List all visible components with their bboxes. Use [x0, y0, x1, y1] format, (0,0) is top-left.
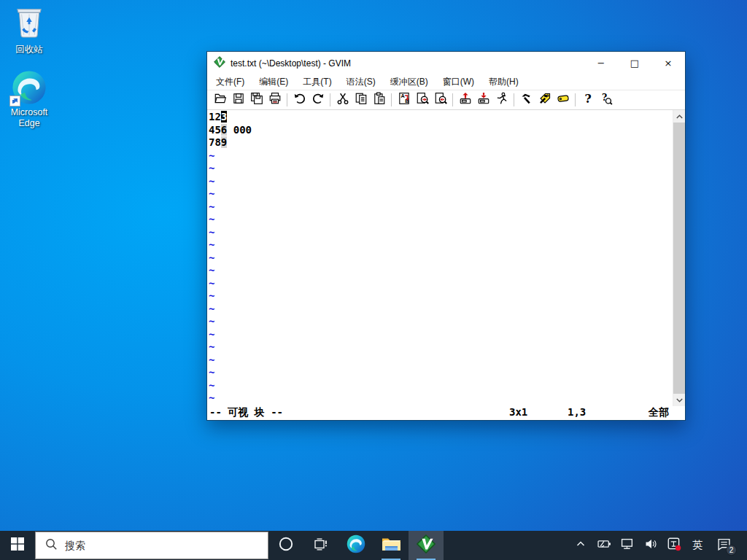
empty-line-tilde: ~ — [209, 392, 252, 405]
toolbar-copy-button[interactable] — [352, 91, 370, 109]
toolbar-redo-button[interactable] — [309, 91, 327, 109]
toolbar-paste-button[interactable] — [370, 91, 388, 109]
toolbar-cut-button[interactable] — [333, 91, 352, 109]
recycle-bin-desktop-icon[interactable]: 回收站 — [3, 4, 55, 55]
scroll-down-arrow-icon[interactable] — [673, 394, 685, 406]
file-explorer-icon — [382, 537, 401, 555]
undo-icon — [293, 92, 306, 108]
system-tray: 英 2 — [571, 531, 747, 560]
toolbar-jump-to-tag-button[interactable] — [554, 91, 572, 109]
windows-logo-icon — [11, 537, 24, 553]
search-icon — [45, 538, 58, 553]
toolbar-save-all-button[interactable] — [247, 91, 266, 109]
toolbar-separator — [575, 93, 576, 106]
edge-taskbar-button[interactable] — [338, 531, 374, 560]
title-bar[interactable]: test.txt (~\Desktop\test) - GVIM − □ × — [207, 52, 685, 74]
toolbar-help-button[interactable]: ? — [578, 91, 597, 109]
empty-line-tilde: ~ — [209, 175, 252, 188]
recycle-bin-label: 回收站 — [15, 44, 43, 55]
ime-tray-button[interactable] — [665, 531, 684, 560]
visual-selection: 9 — [221, 136, 227, 148]
toolbar-separator — [452, 93, 453, 106]
toolbar-build-tags-button[interactable] — [535, 91, 554, 109]
toolbar-make-button[interactable] — [517, 91, 535, 109]
battery-tray-button[interactable] — [595, 531, 614, 560]
volume-tray-button[interactable] — [641, 531, 660, 560]
toolbar-find-prev-button[interactable] — [431, 91, 449, 109]
menu-item-syntax[interactable]: 语法(S) — [339, 74, 383, 90]
search-input[interactable] — [65, 540, 240, 551]
action-center-button[interactable]: 2 — [711, 531, 736, 560]
vim-logo-icon — [417, 534, 436, 556]
menu-item-help[interactable]: 帮助(H) — [481, 74, 526, 90]
toolbar-load-session-button[interactable] — [456, 91, 474, 109]
scroll-up-arrow-icon[interactable] — [673, 110, 685, 122]
edge-logo-icon — [347, 534, 365, 556]
maximize-button[interactable]: □ — [618, 52, 651, 74]
toolbar-find-help-button[interactable]: ? — [597, 91, 615, 109]
mode-indicator: -- 可视 块 -- — [209, 406, 283, 419]
text-editor-area[interactable]: 123456 000789~~~~~~~~~~~~~~~~~~~~ — [207, 110, 685, 406]
menu-item-edit[interactable]: 编辑(E) — [252, 74, 295, 90]
hidden-icons-chevron-button[interactable] — [571, 531, 590, 560]
toolbar-find-replace-button[interactable]: AB — [395, 91, 413, 109]
toolbar-save-button[interactable] — [229, 91, 247, 109]
run-script-icon — [495, 92, 508, 108]
menu-item-file[interactable]: 文件(F) — [209, 74, 252, 90]
start-button[interactable] — [0, 531, 35, 560]
task-view-button[interactable] — [303, 531, 338, 560]
visual-block-size: 3x1 — [509, 406, 527, 418]
toolbar-undo-button[interactable] — [290, 91, 309, 109]
toolbar-separator — [391, 93, 392, 106]
build-tags-icon — [538, 92, 551, 108]
input-language-button[interactable]: 英 — [688, 531, 707, 560]
save-session-icon — [477, 92, 490, 108]
file-explorer-taskbar-button[interactable] — [374, 531, 409, 560]
open-icon — [214, 92, 227, 108]
empty-line-tilde: ~ — [209, 238, 252, 252]
battery-icon — [597, 539, 611, 552]
status-bar: -- 可视 块 -- 3x1 1,3 全部 — [207, 406, 685, 420]
menu-item-tools[interactable]: 工具(T) — [295, 74, 338, 90]
toolbar-separator — [287, 93, 287, 106]
jump-to-tag-icon — [557, 92, 570, 108]
copy-icon — [355, 92, 368, 108]
cortana-button[interactable] — [268, 531, 303, 560]
empty-line-tilde: ~ — [209, 201, 252, 214]
gvim-taskbar-button[interactable] — [409, 531, 444, 560]
toolbar-open-button[interactable] — [211, 91, 229, 109]
edge-desktop-icon[interactable]: Microsoft Edge — [1, 70, 57, 129]
empty-line-tilde: ~ — [209, 187, 252, 201]
empty-line-tilde: ~ — [209, 366, 252, 379]
menu-item-buffers[interactable]: 缓冲区(B) — [383, 74, 436, 90]
vertical-scrollbar[interactable] — [673, 110, 685, 406]
network-icon — [621, 538, 634, 553]
minimize-button[interactable]: − — [584, 52, 618, 74]
cut-icon — [336, 92, 349, 108]
editor-text: 12 — [209, 111, 221, 122]
taskbar: 英 2 — [0, 531, 747, 560]
toolbar-print-button[interactable] — [266, 91, 284, 109]
menu-item-window[interactable]: 窗口(W) — [436, 74, 481, 90]
toolbar-separator — [330, 93, 330, 106]
scroll-position: 全部 — [649, 406, 669, 419]
cortana-icon — [279, 537, 293, 554]
save-all-icon — [250, 92, 263, 108]
print-icon — [268, 92, 282, 108]
toolbar-find-next-button[interactable] — [413, 91, 431, 109]
toolbar-save-session-button[interactable] — [474, 91, 492, 109]
svg-text:?: ? — [584, 92, 591, 105]
toolbar-run-script-button[interactable] — [492, 91, 511, 109]
empty-line-tilde: ~ — [209, 328, 252, 341]
load-session-icon — [459, 92, 472, 108]
toolbar: AB?? — [207, 90, 685, 110]
editor-line: 789 — [209, 136, 252, 149]
editor-text: 000 — [227, 124, 252, 136]
network-tray-button[interactable] — [618, 531, 637, 560]
scrollbar-thumb[interactable] — [673, 122, 685, 394]
taskbar-search-box[interactable] — [35, 532, 268, 559]
empty-line-tilde: ~ — [209, 277, 252, 290]
make-icon — [520, 92, 533, 108]
empty-line-tilde: ~ — [209, 354, 252, 367]
close-button[interactable]: × — [651, 52, 685, 74]
